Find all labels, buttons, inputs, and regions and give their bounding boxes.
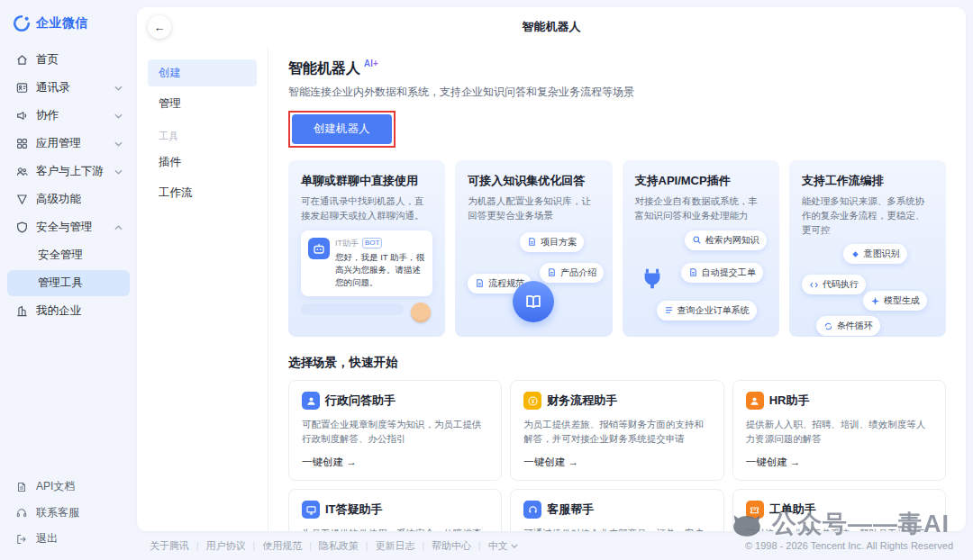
sidebar-item-security-management[interactable]: 安全管理 xyxy=(7,242,130,268)
feature-card-desc: 能处理多知识来源、多系统协作的复杂业务流程，更稳定、更可控 xyxy=(802,194,933,237)
doc-icon xyxy=(547,267,557,277)
sidebar-item-label: 管理工具 xyxy=(38,275,83,291)
separator: | xyxy=(422,541,424,551)
plug-icon xyxy=(639,265,666,292)
scenario-card-title: 客服帮手 xyxy=(547,501,594,518)
tag-pill: 查询企业订单系统 xyxy=(657,301,757,321)
feature-card-plugins: 支持API/MCP插件对接企业自有数据或系统，丰富知识问答和业务处理能力检索内网… xyxy=(623,160,779,337)
sidebar-item-advanced-features[interactable]: 高级功能 xyxy=(7,186,130,212)
sidebar-item-home[interactable]: 首页 xyxy=(7,47,130,73)
back-button[interactable]: ← xyxy=(148,15,171,39)
user-avatar xyxy=(411,303,431,322)
sidebar-item-api-docs[interactable]: API文档 xyxy=(7,474,130,499)
tag-pill: 意图识别 xyxy=(843,244,907,264)
create-robot-button[interactable]: 创建机器人 xyxy=(292,114,392,144)
scenario-card-title: 工单助手 xyxy=(769,501,816,518)
scenario-card-title: 行政问答助手 xyxy=(325,393,396,409)
footer-link[interactable]: 帮助中心 xyxy=(432,539,471,553)
robot-avatar-icon xyxy=(308,238,330,259)
sidebar-item-collaboration[interactable]: 协作 xyxy=(7,103,130,129)
search-icon xyxy=(692,235,702,245)
sidebar-item-label: 高级功能 xyxy=(36,192,81,207)
scenario-card-ticket: 工单助手可对接企业业务工单系统，帮助员工提交工单 xyxy=(732,489,946,531)
home-icon xyxy=(14,53,29,68)
subnav-main-items: 创建管理 xyxy=(148,59,257,117)
scenario-card-desc: 为员工提供差旅、报销等财务方面的支持和解答，并可对接企业财务系统提交申请 xyxy=(523,417,710,456)
one-click-create-link[interactable]: 一键创建 → xyxy=(302,456,488,469)
feature-card-workflow: 支持工作流编排能处理多知识来源、多系统协作的复杂业务流程，更稳定、更可控意图识别… xyxy=(789,160,946,337)
sidebar-item-security[interactable]: 安全与管理 xyxy=(7,214,130,240)
sidebar-item-label: 客户与上下游 xyxy=(36,164,104,179)
footer-link[interactable]: 更新日志 xyxy=(375,539,414,553)
footer-link[interactable]: 使用规范 xyxy=(262,539,302,553)
subnav-item-manage[interactable]: 管理 xyxy=(148,90,257,117)
page-title: 智能机器人 xyxy=(288,59,360,78)
sidebar-item-logout[interactable]: 退出 xyxy=(7,527,130,551)
chevron-up-icon xyxy=(114,225,123,230)
yen-coin-icon xyxy=(523,392,541,410)
sidebar-item-my-enterprise[interactable]: 我的企业 xyxy=(7,298,130,324)
feature-card-title: 单聊或群聊中直接使用 xyxy=(301,173,432,189)
scenario-card-hr: HR助手提供新人入职、招聘、培训、绩效制度等人力资源问题的解答一键创建 → xyxy=(732,380,946,481)
subnav-group-items: 插件工作流 xyxy=(148,149,257,206)
language-selector[interactable]: 中文 xyxy=(488,539,518,553)
scenario-card-finance: 财务流程助手为员工提供差旅、报销等财务方面的支持和解答，并可对接企业财务系统提交… xyxy=(510,380,723,481)
ticket-icon xyxy=(746,501,764,519)
feature-cards: 单聊或群聊中直接使用可在通讯录中找到机器人，直接发起聊天或拉入群聊沟通。IT助手… xyxy=(288,160,946,337)
sidebar-item-label: 退出 xyxy=(36,531,58,546)
doc-icon xyxy=(688,267,698,277)
one-click-create-link[interactable]: 一键创建 → xyxy=(746,456,932,469)
tag-pill: 检索内网知识 xyxy=(685,230,767,250)
content-area: 智能机器人 AI+ 智能连接企业内外数据和系统，支持企业知识问答和复杂业务流程等… xyxy=(268,47,966,531)
loop-icon xyxy=(823,321,833,331)
person-icon xyxy=(302,392,320,410)
page-subtitle: 智能连接企业内外数据和系统，支持企业知识问答和复杂业务流程等场景 xyxy=(288,85,946,100)
logo: 企业微信 xyxy=(7,13,130,47)
copyright: © 1998 - 2026 Tencent Inc. All Rights Re… xyxy=(745,540,953,551)
api-doc-icon xyxy=(14,480,29,494)
scenario-card-admin-qa: 行政问答助手可配置企业规章制度等为知识，为员工提供行政制度解答、办公指引一键创建… xyxy=(288,380,502,481)
customers-icon xyxy=(14,165,29,179)
subnav-group-label: 工具 xyxy=(148,130,257,143)
monitor-icon xyxy=(302,501,320,519)
logout-icon xyxy=(14,532,29,546)
separator: | xyxy=(309,541,312,551)
footer-links: 关于腾讯|用户协议|使用规范|隐私政策|更新日志|帮助中心|中文 xyxy=(150,539,518,553)
person-icon xyxy=(746,392,764,410)
sidebar-item-contact-support[interactable]: 联系客服 xyxy=(7,501,130,525)
feature-card-title: 可接入知识集优化回答 xyxy=(468,173,599,189)
separator: | xyxy=(478,541,481,551)
bot-badge: BOT xyxy=(362,238,382,248)
book-icon xyxy=(513,281,554,322)
separator: | xyxy=(253,541,256,551)
support-icon xyxy=(14,506,29,520)
scenario-grid-2: IT答疑助手为员工提供软件使用、系统安全、故障排查客服帮手可通过插件对接企业内部… xyxy=(288,489,946,531)
sidebar-item-label: 首页 xyxy=(36,52,59,68)
tag-pill: 项目方案 xyxy=(520,232,584,252)
scenario-card-desc: 提供新人入职、招聘、培训、绩效制度等人力资源问题的解答 xyxy=(746,417,932,456)
footer-link[interactable]: 关于腾讯 xyxy=(150,539,189,553)
tag-pill: 代码执行 xyxy=(802,275,866,294)
bot-name: IT助手 xyxy=(335,238,359,249)
feature-card-title: 支持工作流编排 xyxy=(802,173,933,189)
sidebar-item-management-tools[interactable]: 管理工具 xyxy=(7,270,130,296)
feature-card-desc: 对接企业自有数据或系统，丰富知识问答和业务处理能力 xyxy=(635,194,767,223)
separator: | xyxy=(366,541,368,551)
one-click-create-link[interactable]: 一键创建 → xyxy=(523,456,710,469)
sidebar-item-label: 我的企业 xyxy=(36,303,81,319)
sidebar-item-customers[interactable]: 客户与上下游 xyxy=(7,158,130,185)
ai-plus-badge: AI+ xyxy=(364,59,378,68)
security-icon xyxy=(14,221,29,235)
footer-link[interactable]: 隐私政策 xyxy=(319,539,359,553)
footer-link[interactable]: 用户协议 xyxy=(206,539,246,553)
contacts-icon xyxy=(14,81,29,95)
chat-input-strip xyxy=(301,303,404,315)
subnav-item-workflow[interactable]: 工作流 xyxy=(148,179,257,206)
sidebar-item-app-management[interactable]: 应用管理 xyxy=(7,131,130,157)
sidebar-item-contacts[interactable]: 通讯录 xyxy=(7,75,130,101)
subnav-item-plugins[interactable]: 插件 xyxy=(148,149,257,176)
sidebar: 企业微信 首页通讯录协作应用管理客户与上下游高级功能安全与管理安全管理管理工具我… xyxy=(0,0,137,560)
scenario-card-service: 客服帮手可通过插件对接企业内部商品、订单、客户等数 xyxy=(510,489,723,531)
subnav-item-create[interactable]: 创建 xyxy=(148,59,257,86)
panel-header: ← 智能机器人 xyxy=(137,7,966,47)
